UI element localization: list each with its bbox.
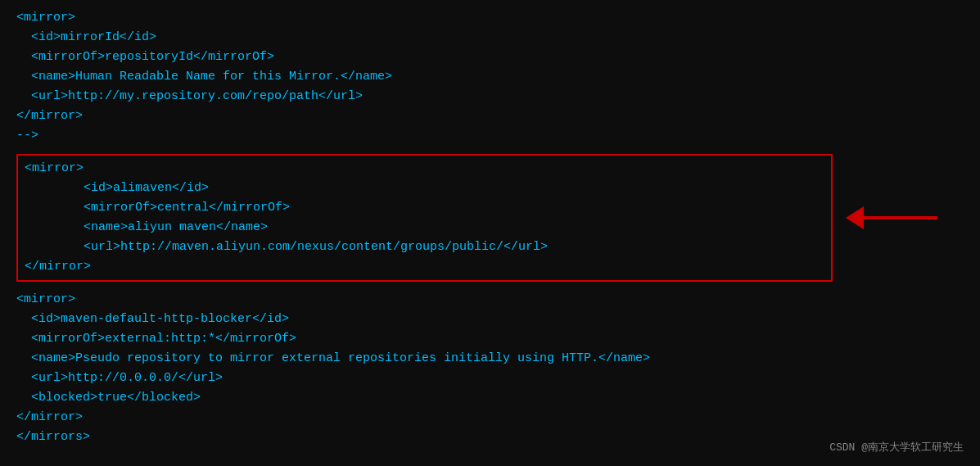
line-comment-end: --> <box>16 126 964 146</box>
line-name-comment: <name>Human Readable Name for this Mirro… <box>16 67 964 87</box>
line-mirrorof-comment: <mirrorOf>repositoryId</mirrorOf> <box>16 48 964 67</box>
arrow-shaft <box>864 216 937 219</box>
hl-mirrorof: <mirrorOf>central</mirrorOf> <box>25 198 824 218</box>
line-id2: <id>maven-default-http-blocker</id> <box>16 310 964 329</box>
line-name2: <name>Pseudo repository to mirror extern… <box>16 349 964 369</box>
line-mirrors-close: </mirrors> <box>16 428 964 447</box>
line-mirror2-close: </mirror> <box>16 408 964 428</box>
line-blocked: <blocked>true</blocked> <box>16 388 964 408</box>
code-container: <mirror> <id>mirrorId</id> <mirrorOf>rep… <box>0 0 980 455</box>
highlighted-mirror-block: <mirror> <id>alimaven</id> <mirrorOf>cen… <box>16 154 833 282</box>
line-mirrorof2: <mirrorOf>external:http:*</mirrorOf> <box>16 329 964 349</box>
line-id-comment: <id>mirrorId</id> <box>16 28 964 48</box>
line-url-comment: <url>http://my.repository.com/repo/path<… <box>16 87 964 106</box>
hl-id: <id>alimaven</id> <box>25 179 824 198</box>
line-mirror-open-comment: <mirror> <box>16 8 964 28</box>
arrow-head <box>846 206 864 229</box>
line-mirror-close-comment: </mirror> <box>16 106 964 126</box>
hl-url: <url>http://maven.aliyun.com/nexus/conte… <box>25 238 824 257</box>
hl-mirror-open: <mirror> <box>25 159 824 179</box>
watermark: CSDN @南京大学软工研究生 <box>829 440 964 455</box>
hl-name: <name>aliyun maven</name> <box>25 218 824 238</box>
line-url2: <url>http://0.0.0.0/</url> <box>16 369 964 388</box>
line-mirror2-open: <mirror> <box>16 290 964 310</box>
red-arrow <box>846 206 937 229</box>
hl-mirror-close: </mirror> <box>25 257 824 277</box>
